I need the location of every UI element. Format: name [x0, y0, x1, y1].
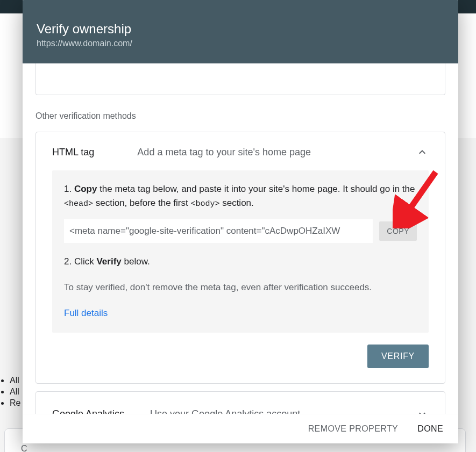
stay-verified-text: To stay verified, don't remove the meta … [64, 281, 417, 295]
step2-suffix: below. [122, 256, 150, 267]
step1-text: 1. Copy the meta tag below, and paste it… [64, 182, 417, 211]
modal-footer: REMOVE PROPERTY DONE [23, 414, 458, 443]
background-list: All All Re [10, 376, 20, 410]
full-details-link[interactable]: Full details [64, 308, 108, 318]
html-tag-card: HTML tag Add a meta tag to your site's h… [35, 132, 445, 384]
step2-text: 2. Click Verify below. [64, 255, 417, 269]
step1-head-code: <head> [64, 199, 93, 209]
step1-prefix: 1. [64, 184, 74, 194]
instructions-panel: 1. Copy the meta tag below, and paste it… [52, 170, 429, 333]
modal-subtitle: https://www.domain.com/ [37, 39, 444, 48]
step2-verify-word: Verify [96, 256, 121, 267]
bg-list-item: All [10, 387, 20, 397]
ga-desc: Use your Google Analytics account [150, 408, 405, 414]
verify-row: VERIFY [36, 345, 445, 383]
step2-prefix: 2. Click [64, 256, 96, 267]
modal-title: Verify ownership [37, 21, 444, 37]
done-button[interactable]: DONE [417, 424, 443, 434]
modal-header: Verify ownership https://www.domain.com/ [23, 0, 458, 63]
step1-mid2: section, before the first [93, 198, 190, 208]
chevron-up-icon [416, 146, 429, 159]
section-label: Other verification methods [35, 111, 445, 121]
step1-mid: the meta tag below, and paste it into yo… [97, 184, 415, 194]
bg-list-item: Re [10, 398, 20, 408]
html-tag-header[interactable]: HTML tag Add a meta tag to your site's h… [36, 132, 445, 170]
meta-tag-row: COPY [64, 219, 417, 243]
chevron-down-icon [416, 408, 429, 414]
meta-tag-input[interactable] [64, 219, 373, 243]
bg-list-item: All [10, 376, 20, 385]
google-analytics-header[interactable]: Google Analytics Use your Google Analyti… [36, 392, 445, 414]
verify-button[interactable]: VERIFY [367, 345, 429, 368]
verify-ownership-modal: Verify ownership https://www.domain.com/… [23, 0, 458, 443]
step1-body-code: <body> [190, 199, 219, 209]
google-analytics-card: Google Analytics Use your Google Analyti… [35, 391, 445, 414]
modal-scroll-area[interactable]: Other verification methods HTML tag Add … [23, 63, 458, 414]
html-tag-title: HTML tag [52, 147, 94, 158]
step1-suffix: section. [219, 198, 253, 208]
html-tag-desc: Add a meta tag to your site's home page [137, 147, 405, 158]
remove-property-button[interactable]: REMOVE PROPERTY [308, 424, 399, 434]
step1-copy-word: Copy [74, 184, 97, 194]
ga-title: Google Analytics [52, 408, 124, 414]
copy-button[interactable]: COPY [379, 221, 417, 241]
html-file-card-peek [35, 63, 445, 95]
